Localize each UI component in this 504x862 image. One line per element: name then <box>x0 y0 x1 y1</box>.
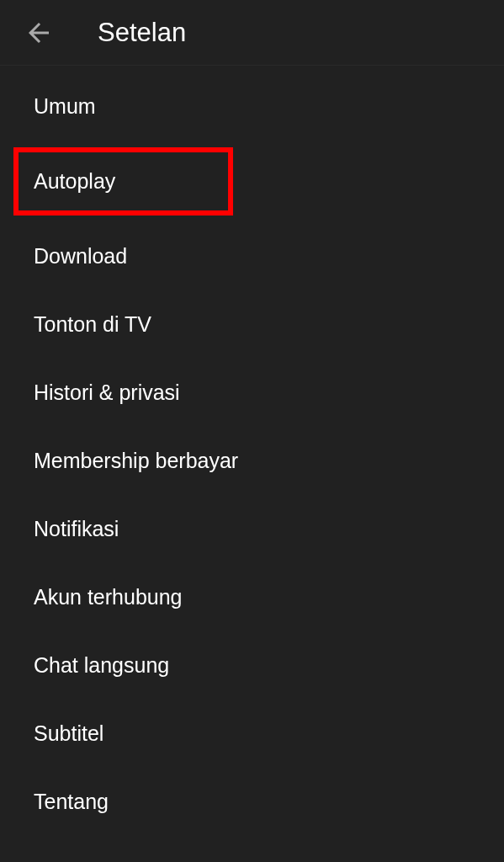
settings-list: Umum Autoplay Download Tonton di TV Hist… <box>0 66 504 836</box>
settings-item-label: Chat langsung <box>34 653 169 677</box>
settings-item-notifikasi[interactable]: Notifikasi <box>0 495 504 563</box>
settings-item-subtitel[interactable]: Subtitel <box>0 700 504 768</box>
settings-item-label: Autoplay <box>34 169 115 193</box>
settings-item-label: Notifikasi <box>34 517 119 540</box>
settings-item-akun-terhubung[interactable]: Akun terhubung <box>0 563 504 631</box>
settings-item-label: Download <box>34 244 127 268</box>
settings-item-tentang[interactable]: Tentang <box>0 768 504 836</box>
settings-item-histori-privasi[interactable]: Histori & privasi <box>0 359 504 427</box>
settings-item-chat-langsung[interactable]: Chat langsung <box>0 631 504 700</box>
settings-item-membership-berbayar[interactable]: Membership berbayar <box>0 427 504 495</box>
settings-item-tonton-di-tv[interactable]: Tonton di TV <box>0 290 504 359</box>
settings-item-label: Akun terhubung <box>34 585 183 609</box>
settings-item-umum[interactable]: Umum <box>0 72 504 141</box>
back-arrow-icon[interactable] <box>24 18 54 48</box>
settings-item-label: Tentang <box>34 790 109 813</box>
settings-item-download[interactable]: Download <box>0 222 504 290</box>
settings-item-label: Histori & privasi <box>34 380 180 404</box>
settings-item-label: Membership berbayar <box>34 449 238 472</box>
settings-item-label: Umum <box>34 94 96 118</box>
settings-item-label: Subtitel <box>34 721 103 745</box>
page-title: Setelan <box>98 18 186 48</box>
header: Setelan <box>0 0 504 66</box>
settings-item-autoplay[interactable]: Autoplay <box>13 147 233 216</box>
settings-item-label: Tonton di TV <box>34 312 151 336</box>
